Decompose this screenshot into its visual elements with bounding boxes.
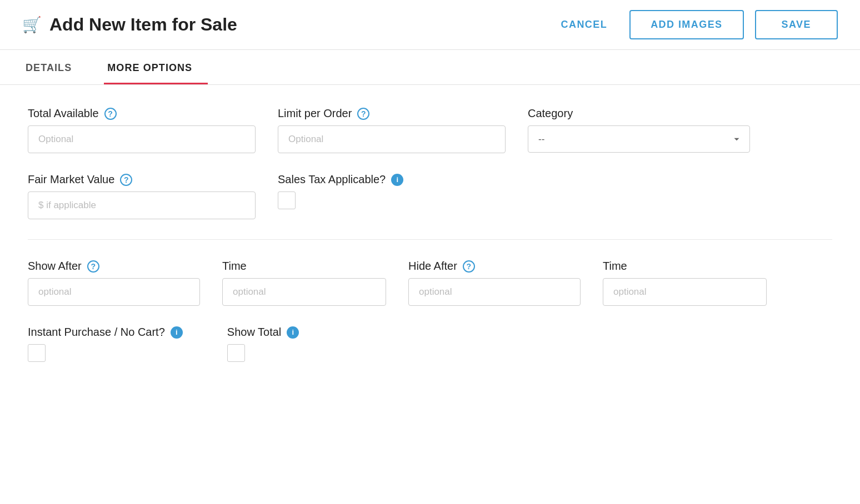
show-total-label: Show Total i [227,326,299,339]
cart-icon: 🛒 [22,16,42,34]
time1-label: Time [222,260,386,273]
total-available-label: Total Available ? [28,107,256,120]
instant-purchase-info-icon[interactable]: i [171,326,183,339]
row-1: Total Available ? Limit per Order ? Cate… [28,107,832,153]
time2-group: Time [603,260,767,306]
show-after-help-icon[interactable]: ? [87,260,99,273]
cancel-button[interactable]: CANCEL [550,13,619,36]
limit-per-order-label: Limit per Order ? [278,107,506,120]
hide-after-input[interactable] [408,278,581,306]
tab-bar: DETAILS MORE OPTIONS [0,50,860,85]
instant-purchase-checkbox[interactable] [28,344,46,362]
section-divider [28,239,832,240]
limit-per-order-help-icon[interactable]: ? [357,108,369,120]
time1-group: Time [222,260,386,306]
total-available-group: Total Available ? [28,107,256,153]
header-right: CANCEL ADD IMAGES SAVE [550,10,838,39]
sales-tax-checkbox[interactable] [278,191,296,209]
save-button[interactable]: SAVE [755,10,838,39]
time1-input[interactable] [222,278,386,306]
category-label: Category [528,107,750,120]
tab-more-options[interactable]: MORE OPTIONS [104,50,208,84]
page-header: 🛒 Add New Item for Sale CANCEL ADD IMAGE… [0,0,860,50]
header-left: 🛒 Add New Item for Sale [22,14,237,35]
add-images-button[interactable]: ADD IMAGES [629,10,743,39]
row-3: Show After ? Time Hide After ? Time [28,260,832,306]
page-title: Add New Item for Sale [49,14,237,35]
limit-per-order-input[interactable] [278,125,506,153]
show-after-input[interactable] [28,278,200,306]
form-content: Total Available ? Limit per Order ? Cate… [0,85,860,384]
sales-tax-info-icon[interactable]: i [391,174,403,186]
instant-purchase-label: Instant Purchase / No Cart? i [28,326,183,339]
hide-after-label: Hide After ? [408,260,581,273]
total-available-help-icon[interactable]: ? [104,108,117,120]
hide-after-group: Hide After ? [408,260,581,306]
category-group: Category -- [528,107,750,153]
fair-market-value-group: Fair Market Value ? [28,173,256,219]
show-total-checkbox[interactable] [227,344,245,362]
fair-market-value-help-icon[interactable]: ? [120,174,132,186]
sales-tax-label: Sales Tax Applicable? i [278,173,403,186]
show-total-group: Show Total i [227,326,299,362]
fair-market-value-input[interactable] [28,191,256,219]
show-after-label: Show After ? [28,260,200,273]
time2-label: Time [603,260,767,273]
row-4: Instant Purchase / No Cart? i Show Total… [28,326,832,362]
category-select[interactable]: -- [528,125,750,153]
show-total-info-icon[interactable]: i [287,326,299,339]
hide-after-help-icon[interactable]: ? [463,260,475,273]
instant-purchase-group: Instant Purchase / No Cart? i [28,326,183,362]
total-available-input[interactable] [28,125,256,153]
time2-input[interactable] [603,278,767,306]
row-2: Fair Market Value ? Sales Tax Applicable… [28,173,832,219]
tab-details[interactable]: DETAILS [22,50,87,84]
limit-per-order-group: Limit per Order ? [278,107,506,153]
fair-market-value-label: Fair Market Value ? [28,173,256,186]
sales-tax-group: Sales Tax Applicable? i [278,173,403,209]
show-after-group: Show After ? [28,260,200,306]
